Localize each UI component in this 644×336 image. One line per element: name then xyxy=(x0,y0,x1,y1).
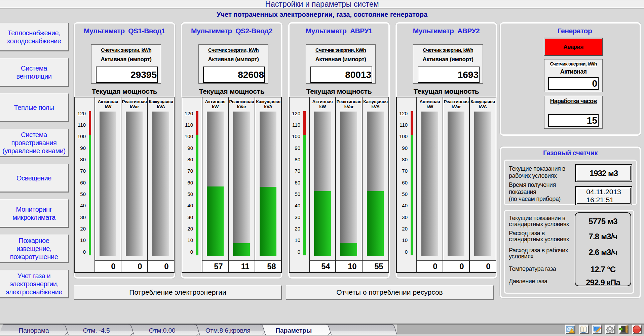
svg-text:Параметры: Параметры xyxy=(275,327,312,334)
svg-text:Отм. -4.5: Отм. -4.5 xyxy=(83,327,110,334)
svg-text:Панорама: Панорама xyxy=(18,327,49,334)
svg-text:Отм.0.00: Отм.0.00 xyxy=(149,327,176,334)
svg-text:Отм.8.6,кровля: Отм.8.6,кровля xyxy=(205,327,251,334)
